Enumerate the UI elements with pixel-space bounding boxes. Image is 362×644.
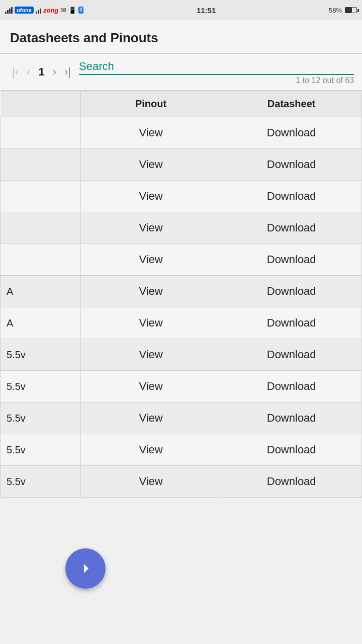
download-link[interactable]: Download — [267, 380, 316, 392]
download-link[interactable]: Download — [267, 443, 316, 456]
next-page-button[interactable]: › — [49, 64, 60, 79]
prev-page-button[interactable]: ‹ — [23, 64, 34, 79]
cell-id: 5.5v — [1, 339, 81, 371]
cell-datasheet[interactable]: Download — [221, 276, 362, 307]
page-title: Datasheets and Pinouts — [10, 30, 352, 46]
cell-datasheet[interactable]: Download — [221, 339, 362, 371]
mail-icon: ✉ — [60, 6, 66, 14]
cell-id: A — [1, 307, 81, 339]
download-link[interactable]: Download — [267, 253, 316, 266]
cell-datasheet[interactable]: Download — [221, 307, 362, 339]
download-link[interactable]: Download — [267, 412, 316, 424]
cell-datasheet[interactable]: Download — [221, 403, 362, 434]
cell-datasheet[interactable]: Download — [221, 212, 362, 244]
cell-pinout[interactable]: View — [80, 276, 221, 307]
chevron-right-icon — [76, 559, 95, 578]
cell-pinout[interactable]: View — [80, 212, 221, 244]
cell-id: 5.5v — [1, 466, 81, 498]
cell-id — [1, 181, 81, 212]
table-row: ViewDownload — [1, 117, 362, 149]
cell-pinout[interactable]: View — [80, 117, 221, 149]
download-link[interactable]: Download — [267, 475, 316, 488]
view-link[interactable]: View — [139, 412, 162, 424]
signal-bars-1 — [5, 7, 13, 14]
view-link[interactable]: View — [139, 190, 162, 202]
page-title-bar: Datasheets and Pinouts — [0, 20, 362, 54]
col-header-pinout: Pinout — [80, 91, 221, 117]
table-row: ViewDownload — [1, 212, 362, 244]
cell-pinout[interactable]: View — [80, 371, 221, 403]
view-link[interactable]: View — [139, 285, 162, 297]
status-time: 11:51 — [197, 6, 216, 15]
table-header-row: Pinout Datasheet — [1, 91, 362, 117]
view-link[interactable]: View — [139, 253, 162, 266]
first-page-button[interactable]: |‹ — [8, 64, 23, 79]
cell-pinout[interactable]: View — [80, 434, 221, 466]
cell-datasheet[interactable]: Download — [221, 371, 362, 403]
cell-id: 5.5v — [1, 434, 81, 466]
view-link[interactable]: View — [139, 158, 162, 171]
cell-pinout[interactable]: View — [80, 339, 221, 371]
download-link[interactable]: Download — [267, 285, 316, 297]
cell-pinout[interactable]: View — [80, 149, 221, 181]
signal-bars-2 — [36, 7, 41, 14]
cell-datasheet[interactable]: Download — [221, 117, 362, 149]
col-header-id — [1, 91, 81, 117]
cell-id: 5.5v — [1, 403, 81, 434]
cell-id: 5.5v — [1, 371, 81, 403]
download-link[interactable]: Download — [267, 190, 316, 202]
download-link[interactable]: Download — [267, 316, 316, 329]
status-right: 58% — [329, 7, 357, 14]
cell-pinout[interactable]: View — [80, 307, 221, 339]
table-row: 5.5vViewDownload — [1, 466, 362, 498]
download-link[interactable]: Download — [267, 126, 316, 139]
view-link[interactable]: View — [139, 316, 162, 329]
battery-icon — [345, 7, 357, 13]
download-link[interactable]: Download — [267, 221, 316, 234]
cell-datasheet[interactable]: Download — [221, 181, 362, 212]
current-page: 1 — [34, 63, 48, 80]
cell-id — [1, 117, 81, 149]
cell-datasheet[interactable]: Download — [221, 466, 362, 498]
cell-pinout[interactable]: View — [80, 403, 221, 434]
cell-id: A — [1, 276, 81, 307]
cell-pinout[interactable]: View — [80, 181, 221, 212]
view-link[interactable]: View — [139, 380, 162, 392]
whatsapp-icon: 📱 — [68, 7, 76, 14]
cell-pinout[interactable]: View — [80, 244, 221, 276]
cell-id — [1, 244, 81, 276]
table-row: ViewDownload — [1, 149, 362, 181]
cell-pinout[interactable]: View — [80, 466, 221, 498]
table-row: 5.5vViewDownload — [1, 403, 362, 434]
download-link[interactable]: Download — [267, 158, 316, 171]
view-link[interactable]: View — [139, 348, 162, 361]
status-bar: ufone zong ✉ 📱 f 11:51 58% — [0, 0, 362, 20]
search-input[interactable] — [79, 59, 354, 75]
zong-logo: zong — [43, 7, 58, 14]
view-link[interactable]: View — [139, 221, 162, 234]
view-link[interactable]: View — [139, 126, 162, 139]
table-row: ViewDownload — [1, 244, 362, 276]
fab-next-button[interactable] — [65, 548, 106, 589]
view-link[interactable]: View — [139, 475, 162, 488]
cell-datasheet[interactable]: Download — [221, 244, 362, 276]
cell-id — [1, 212, 81, 244]
ufone-logo: ufone — [15, 7, 34, 14]
view-link[interactable]: View — [139, 443, 162, 456]
battery-percent: 58% — [329, 7, 342, 14]
status-left: ufone zong ✉ 📱 f — [5, 6, 83, 14]
cell-id — [1, 149, 81, 181]
table-row: AViewDownload — [1, 307, 362, 339]
col-header-datasheet: Datasheet — [221, 91, 362, 117]
table-row: ViewDownload — [1, 181, 362, 212]
table-row: AViewDownload — [1, 276, 362, 307]
download-link[interactable]: Download — [267, 348, 316, 361]
data-table: Pinout Datasheet ViewDownloadViewDownloa… — [0, 91, 362, 498]
table-row: 5.5vViewDownload — [1, 434, 362, 466]
table-row: 5.5vViewDownload — [1, 371, 362, 403]
table-row: 5.5vViewDownload — [1, 339, 362, 371]
cell-datasheet[interactable]: Download — [221, 434, 362, 466]
last-page-button[interactable]: ›| — [60, 64, 75, 79]
cell-datasheet[interactable]: Download — [221, 149, 362, 181]
search-container: 1 to 12 out of 63 — [79, 59, 354, 85]
